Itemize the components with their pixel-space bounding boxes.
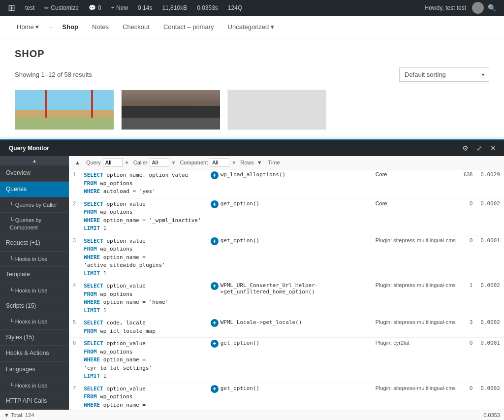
query-time: 0.0002 (476, 383, 504, 410)
sidebar-item-queries-by-caller[interactable]: └ Queries by Caller (0, 197, 69, 213)
query-row-count: 3 (460, 317, 476, 338)
qm-filter-component: Component All ▼ (180, 158, 236, 167)
query-expand-button[interactable]: + (211, 319, 219, 327)
sidebar-item-request-hooks[interactable]: └ Hooks in Use (0, 252, 69, 267)
qm-caller-filter-label: Caller (133, 160, 148, 165)
shop-showing-text: Showing 1–12 of 58 results (15, 71, 92, 78)
query-caller: + wp_load_alloptions() (207, 169, 372, 198)
product-grid (15, 90, 489, 130)
qm-filter-component-arrow: ▼ (231, 160, 236, 165)
customize-item[interactable]: ✏ Customize (40, 0, 83, 16)
perf-memory: 11,810kB (162, 4, 187, 11)
qm-component-filter-select[interactable]: All (210, 158, 229, 167)
query-sql: SELECT option_valueFROM wp_optionsWHERE … (80, 338, 207, 383)
qm-expand-button[interactable]: ⤢ (473, 143, 485, 154)
sidebar-item-template-hooks[interactable]: └ Hooks in Use (0, 283, 69, 298)
customize-label: Customize (51, 4, 79, 11)
query-row-count: 0 (460, 383, 476, 410)
sidebar-label-http: HTTP API Calls (6, 397, 47, 405)
sidebar-label-languages: Languages (6, 366, 35, 374)
qm-header-actions: ⚙ ⤢ ✕ (459, 143, 499, 154)
perf-memory-item[interactable]: 11,810kB (158, 0, 191, 16)
product-card-1[interactable] (15, 90, 113, 130)
qm-total-time: 0.0353 (483, 412, 500, 418)
qm-table: 1SELECT option_name, option_valueFROM wp… (69, 169, 504, 410)
new-item[interactable]: + New (107, 0, 132, 16)
perf-time-item[interactable]: 0.14s (134, 0, 156, 16)
qm-sidebar-scroll-up[interactable]: ▲ (0, 156, 69, 165)
query-expand-button[interactable]: + (211, 237, 219, 245)
sidebar-item-scripts[interactable]: Scripts (15) (0, 298, 69, 315)
query-expand-button[interactable]: + (211, 171, 219, 179)
caller-text: WPML_URL_Converter_Url_Helper->get_unfil… (220, 282, 368, 295)
query-row-count: 0 (460, 198, 476, 235)
nav-item-shop[interactable]: Shop (56, 16, 86, 38)
qm-total-label[interactable]: ▼ Total: 124 (4, 412, 34, 418)
sidebar-item-languages-hooks[interactable]: └ Hooks in Use (0, 378, 69, 393)
caller-text: get_option() (220, 385, 259, 391)
qm-rows-sort-button[interactable]: ▼ (255, 159, 264, 166)
qm-time-label: Time (268, 160, 280, 165)
qm-filter-query-arrow: ▼ (125, 160, 129, 165)
component-label: Plugin: sitepress-multilingual-cms (376, 319, 456, 325)
qm-caller-filter-select[interactable]: All (150, 158, 169, 167)
perf-query-time-item[interactable]: 0.0353s (193, 0, 222, 16)
query-time: 0.0002 (476, 280, 504, 317)
query-row-num: 1 (69, 169, 80, 198)
product-image-1 (15, 90, 114, 129)
query-component: Plugin: sitepress-multilingual-cms (372, 280, 460, 317)
query-time: 0.0001 (476, 338, 504, 383)
query-component: Plugin: cyr2lat (372, 338, 460, 383)
sidebar-item-styles[interactable]: Styles (15) (0, 330, 69, 346)
query-time: 0.0002 (476, 198, 504, 235)
sidebar-item-languages[interactable]: Languages (0, 362, 69, 378)
query-expand-button[interactable]: + (211, 282, 219, 290)
query-component: Core (372, 198, 460, 235)
wp-logo-icon: ⊞ (8, 2, 15, 13)
sidebar-label-queries: Queries (6, 186, 27, 194)
sidebar-item-overview[interactable]: Overview (0, 165, 69, 182)
nav-item-contact[interactable]: Contact – primary (157, 16, 221, 38)
query-expand-button[interactable]: + (211, 385, 219, 393)
qm-settings-button[interactable]: ⚙ (459, 143, 472, 154)
qm-table-filters: ▲ Query All ▼ Caller All ▼ Component (69, 156, 504, 169)
query-caller: + WPML_Locale->get_locale() (207, 317, 372, 338)
perf-queries-item[interactable]: 124Q (224, 0, 246, 16)
sort-select[interactable]: Default sorting Sort by popularity Sort … (399, 67, 489, 82)
nav-item-checkout[interactable]: Checkout (116, 16, 157, 38)
nav-item-home[interactable]: Home ▾ (10, 16, 46, 38)
nav-separator: – (46, 16, 55, 38)
query-time: 0.0029 (476, 169, 504, 198)
query-row-num: 6 (69, 338, 80, 383)
sidebar-item-http[interactable]: HTTP API Calls (0, 393, 69, 410)
query-component: Plugin: sitepress-multilingual-cms (372, 383, 460, 410)
query-sql: SELECT code, localeFROM wp_icl_locale_ma… (80, 317, 207, 338)
sidebar-label-queries-by-component: └ Queries by Component (10, 217, 63, 231)
sidebar-item-template[interactable]: Template (0, 267, 69, 283)
sidebar-item-request[interactable]: Request (+1) (0, 235, 69, 252)
qm-query-filter-select[interactable]: All (103, 158, 123, 167)
sidebar-item-queries-by-component[interactable]: └ Queries by Component (0, 213, 69, 235)
query-row-num: 5 (69, 317, 80, 338)
product-card-3[interactable] (227, 90, 326, 130)
nav-item-notes[interactable]: Notes (85, 16, 116, 38)
shop-meta: Showing 1–12 of 58 results Default sorti… (15, 67, 489, 82)
sidebar-item-hooks-actions[interactable]: Hooks & Actions (0, 346, 69, 362)
perf-time: 0.14s (138, 4, 152, 11)
sidebar-item-queries[interactable]: Queries (0, 182, 69, 198)
comments-item[interactable]: 💬 0 (85, 0, 105, 16)
product-card-2[interactable] (121, 90, 220, 130)
query-expand-button[interactable]: + (211, 200, 219, 208)
query-sql: SELECT option_name, option_valueFROM wp_… (80, 169, 207, 198)
site-name-item[interactable]: test (21, 0, 38, 16)
query-expand-button[interactable]: + (211, 340, 219, 348)
howdy-text: Howdy, test test (421, 4, 470, 11)
wp-logo-item[interactable]: ⊞ (4, 0, 19, 16)
search-icon[interactable]: 🔍 (484, 4, 500, 12)
qm-sort-button[interactable]: ▲ (73, 159, 82, 166)
query-row-count: 1 (460, 280, 476, 317)
sidebar-item-scripts-hooks[interactable]: └ Hooks in Use (0, 314, 69, 329)
qm-close-button[interactable]: ✕ (487, 143, 499, 154)
nav-item-uncategorized[interactable]: Uncategorized ▾ (221, 16, 281, 38)
pencil-icon: ✏ (44, 5, 49, 11)
